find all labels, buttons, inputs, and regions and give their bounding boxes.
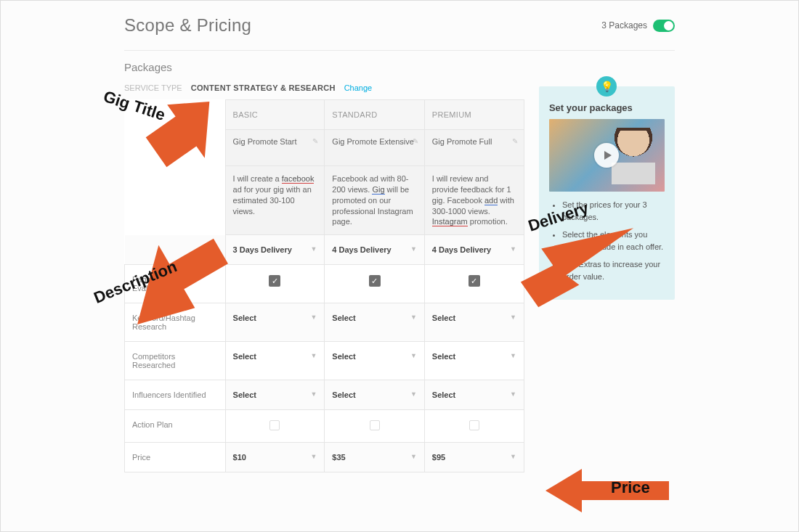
packages-section-label: Packages bbox=[124, 61, 675, 73]
help-bullet: Set the prices for your 3 packages. bbox=[562, 199, 665, 223]
row-label-influencers: Influencers Identified bbox=[125, 380, 226, 410]
keyword_research-select-basic[interactable]: Select▼ bbox=[225, 303, 325, 342]
service-type-value: CONTENT STRATEGY & RESEARCH bbox=[191, 83, 336, 92]
select-value: Select bbox=[332, 314, 355, 322]
select-value: 3 Days Delivery bbox=[233, 245, 292, 254]
keyword_research-select-standard[interactable]: Select▼ bbox=[325, 303, 424, 342]
price-select-standard[interactable]: $35▼ bbox=[325, 443, 424, 472]
select-value: $95 bbox=[432, 453, 445, 462]
influencers-select-standard[interactable]: Select▼ bbox=[325, 380, 424, 410]
column-header-basic: BASIC bbox=[225, 100, 325, 130]
package-title-text: Gig Promote Extensive bbox=[332, 137, 414, 146]
select-value: Select bbox=[332, 390, 355, 399]
help-bullet: Select the elements you want to include … bbox=[562, 229, 665, 253]
checkbox-checked-icon: ✓ bbox=[369, 275, 381, 287]
page_channel_eval-checkbox-premium[interactable]: ✓ bbox=[424, 265, 524, 303]
chevron-down-icon: ▼ bbox=[410, 245, 417, 253]
packages-table: BASIC STANDARD PREMIUM Gig Promote Start… bbox=[124, 99, 524, 472]
competitors-select-basic[interactable]: Select▼ bbox=[225, 342, 325, 380]
desc-highlight: Instagram bbox=[432, 217, 468, 226]
price-select-premium[interactable]: $95▼ bbox=[424, 443, 524, 472]
page-title: Scope & Pricing bbox=[124, 15, 251, 36]
checkbox-unchecked-icon bbox=[370, 420, 380, 430]
package-description-standard[interactable]: Facebook ad with 80-200 views. Gig will … bbox=[325, 166, 424, 235]
competitors-select-premium[interactable]: Select▼ bbox=[424, 342, 524, 380]
chevron-down-icon: ▼ bbox=[410, 453, 417, 460]
service-type-change-link[interactable]: Change bbox=[344, 83, 373, 92]
chevron-down-icon: ▼ bbox=[310, 352, 317, 359]
help-card: 💡 Set your packages Set the prices for y… bbox=[539, 86, 675, 300]
price-select-basic[interactable]: $10▼ bbox=[225, 443, 325, 472]
package-description-basic[interactable]: I will create a facebook ad for your gig… bbox=[225, 166, 325, 235]
package-title-text: Gig Promote Full bbox=[432, 137, 492, 146]
select-value: Select bbox=[233, 352, 256, 361]
select-value: 4 Days Delivery bbox=[432, 245, 491, 254]
checkbox-unchecked-icon bbox=[469, 420, 479, 430]
package-description-premium[interactable]: I will review and provide feedback for 1… bbox=[424, 166, 524, 235]
select-value: Select bbox=[432, 390, 455, 399]
package-title-premium[interactable]: Gig Promote Full ✎ bbox=[424, 130, 524, 166]
select-value: $10 bbox=[233, 453, 246, 462]
package-title-standard[interactable]: Gig Promote Extensive ✎ bbox=[325, 130, 424, 166]
delivery-select-premium[interactable]: 4 Days Delivery▼ bbox=[424, 235, 524, 265]
checkbox-checked-icon: ✓ bbox=[269, 275, 280, 287]
delivery-select-basic[interactable]: 3 Days Delivery▼ bbox=[225, 235, 325, 265]
help-card-title: Set your packages bbox=[549, 102, 665, 113]
chevron-down-icon: ▼ bbox=[410, 390, 417, 398]
desc-text: I will create a bbox=[233, 174, 282, 183]
divider bbox=[124, 50, 675, 51]
chevron-down-icon: ▼ bbox=[510, 245, 516, 253]
select-value: Select bbox=[233, 314, 256, 322]
desc-highlight: facebook bbox=[282, 174, 315, 184]
checkbox-checked-icon: ✓ bbox=[469, 275, 480, 287]
delivery-select-standard[interactable]: 4 Days Delivery▼ bbox=[325, 235, 424, 265]
row-label-price: Price bbox=[125, 443, 226, 472]
page_channel_eval-checkbox-basic[interactable]: ✓ bbox=[225, 265, 325, 303]
desc-text: ad for your gig with an estimated 30-100… bbox=[233, 185, 312, 216]
package-title-text: Gig Promote Start bbox=[233, 137, 297, 146]
packages-toggle[interactable] bbox=[653, 20, 675, 32]
action_plan-checkbox-standard[interactable] bbox=[325, 410, 424, 443]
chevron-down-icon: ▼ bbox=[510, 390, 516, 398]
chevron-down-icon: ▼ bbox=[310, 453, 317, 460]
select-value: Select bbox=[233, 390, 256, 399]
lightbulb-icon: 💡 bbox=[596, 76, 617, 97]
packages-toggle-label: 3 Packages bbox=[601, 20, 647, 30]
help-bullets: Set the prices for your 3 packages.Selec… bbox=[549, 199, 665, 282]
row-label-keyword_research: Keyword/Hashtag Research bbox=[125, 303, 226, 342]
chevron-down-icon: ▼ bbox=[310, 314, 317, 321]
page_channel_eval-checkbox-standard[interactable]: ✓ bbox=[325, 265, 424, 303]
checkbox-unchecked-icon bbox=[269, 420, 280, 430]
row-label-competitors: Competitors Researched bbox=[125, 342, 226, 380]
select-value: $35 bbox=[332, 453, 345, 462]
action_plan-checkbox-basic[interactable] bbox=[225, 410, 325, 443]
edit-icon[interactable]: ✎ bbox=[413, 137, 418, 145]
column-header-standard: STANDARD bbox=[325, 100, 424, 130]
keyword_research-select-premium[interactable]: Select▼ bbox=[424, 303, 524, 342]
select-value: 4 Days Delivery bbox=[332, 245, 391, 254]
help-bullet: Add Extras to increase your order value. bbox=[562, 258, 665, 282]
chevron-down-icon: ▼ bbox=[510, 352, 516, 359]
column-header-premium: PREMIUM bbox=[424, 100, 524, 130]
edit-icon[interactable]: ✎ bbox=[312, 137, 318, 145]
chevron-down-icon: ▼ bbox=[310, 390, 317, 398]
chevron-down-icon: ▼ bbox=[410, 314, 417, 321]
annotation-price: Price bbox=[611, 478, 650, 497]
desc-text: promotion. bbox=[468, 217, 508, 226]
desc-highlight: Gig bbox=[372, 185, 384, 195]
competitors-select-standard[interactable]: Select▼ bbox=[325, 342, 424, 380]
help-video[interactable] bbox=[549, 119, 665, 192]
row-label-action_plan: Action Plan bbox=[125, 410, 226, 443]
select-value: Select bbox=[432, 352, 455, 361]
play-icon[interactable] bbox=[594, 143, 619, 168]
package-title-basic[interactable]: Gig Promote Start ✎ bbox=[225, 130, 325, 166]
influencers-select-premium[interactable]: Select▼ bbox=[424, 380, 524, 410]
chevron-down-icon: ▼ bbox=[510, 453, 516, 460]
desc-highlight: add bbox=[484, 196, 498, 205]
action_plan-checkbox-premium[interactable] bbox=[424, 410, 524, 443]
influencers-select-basic[interactable]: Select▼ bbox=[225, 380, 325, 410]
chevron-down-icon: ▼ bbox=[510, 314, 516, 321]
service-type-label: SERVICE TYPE bbox=[124, 83, 182, 92]
select-value: Select bbox=[332, 352, 355, 361]
edit-icon[interactable]: ✎ bbox=[512, 137, 518, 145]
